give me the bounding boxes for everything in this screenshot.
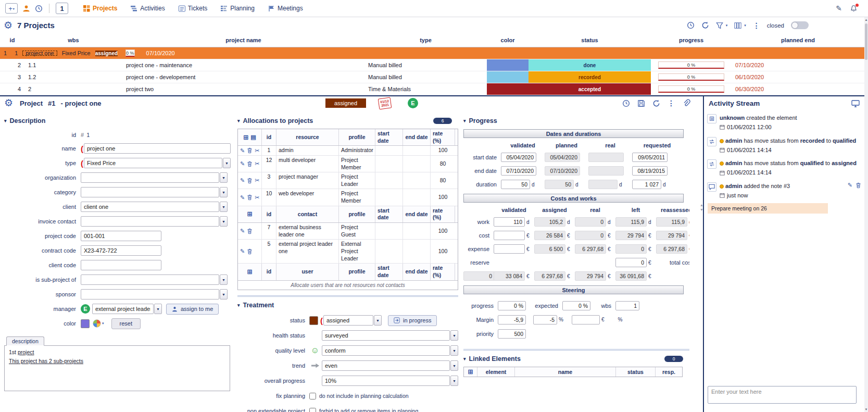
col-header-contact[interactable]: contact — [276, 206, 339, 222]
reserve-input[interactable] — [615, 258, 647, 267]
end-requested-input[interactable] — [632, 166, 668, 176]
name-input[interactable] — [84, 143, 231, 154]
col-header-end-date[interactable]: end date — [403, 129, 431, 145]
panel-resize-handle[interactable]: ▲▼ — [700, 203, 703, 211]
edit-pencil-icon[interactable]: ✎ — [848, 182, 852, 188]
notifications-bell-icon[interactable] — [850, 5, 858, 13]
recent-clock-icon[interactable] — [35, 5, 43, 13]
allocation-row[interactable]: ✎✂ 3 project manager Project Leader 80 — [238, 172, 458, 189]
linked-count-badge[interactable]: 0 — [664, 356, 683, 362]
quality-level-input[interactable] — [322, 345, 450, 356]
overall-progress-select[interactable]: ▼ — [322, 376, 458, 386]
filter-icon[interactable] — [716, 22, 723, 29]
attachment-paperclip-icon[interactable] — [682, 99, 690, 107]
duration-requested-input[interactable] — [632, 180, 661, 189]
user-icon[interactable] — [22, 5, 30, 13]
list-settings-gear-icon[interactable]: ⚙ — [4, 20, 12, 30]
chevron-down-icon[interactable]: ▼ — [220, 172, 228, 183]
col-header-end-date[interactable]: end date — [403, 264, 431, 280]
col-header-rate[interactable]: rate (%) — [431, 129, 455, 145]
non-extendable-checkbox[interactable] — [309, 408, 316, 412]
col-header-name[interactable]: name — [515, 367, 616, 377]
refresh-icon[interactable] — [701, 21, 709, 29]
collapse-caret-icon[interactable]: ▾ — [463, 356, 466, 361]
description-tab[interactable]: description — [6, 336, 44, 346]
contract-code-input[interactable] — [81, 245, 161, 256]
scissors-icon[interactable]: ✂ — [255, 195, 259, 201]
fix-planning-checkbox[interactable] — [309, 393, 316, 399]
sponsor-select[interactable]: ▼ — [81, 289, 228, 299]
scissors-icon[interactable]: ✂ — [255, 161, 259, 167]
open-items-counter[interactable]: 1 — [56, 3, 68, 14]
activity-item[interactable]: admin has move status from qualified to … — [704, 156, 864, 179]
allocations-count-badge[interactable]: 6 — [433, 118, 452, 124]
col-header-id[interactable]: id — [262, 129, 276, 145]
col-header-color[interactable]: color — [487, 37, 529, 43]
col-header-rate[interactable]: rate (%) — [431, 206, 455, 222]
edit-pencil-icon[interactable]: ✎ — [240, 228, 245, 234]
category-select[interactable]: ▼ — [81, 187, 228, 197]
tab-meetings[interactable]: Meetings — [268, 5, 303, 12]
refresh-icon[interactable] — [652, 99, 660, 107]
project-code-input[interactable] — [81, 231, 161, 241]
collapse-caret-icon[interactable]: ▾ — [237, 118, 240, 123]
invoice-contact-select[interactable]: ▼ — [81, 216, 228, 227]
add-allocation-icon[interactable]: ⊞ — [243, 134, 248, 141]
allocation-row[interactable]: ✎ 5 external project leader one External… — [238, 240, 458, 264]
edit-pencil-icon[interactable]: ✎ — [240, 178, 245, 183]
collapse-caret-icon[interactable]: ▾ — [237, 303, 240, 308]
trash-icon[interactable] — [247, 178, 253, 184]
screen-icon[interactable] — [851, 100, 860, 107]
col-header-user[interactable]: user — [276, 264, 339, 280]
project-row[interactable]: 1 1 project one Fixed Price assigned 0 %… — [0, 47, 864, 59]
wbs-input[interactable] — [615, 301, 639, 310]
chevron-down-icon[interactable]: ▾ — [744, 23, 746, 28]
in-progress-button[interactable]: in progress — [388, 315, 437, 326]
overall-progress-input[interactable] — [322, 376, 450, 386]
col-header-status[interactable]: status — [529, 37, 651, 43]
col-header-id[interactable]: id — [262, 264, 276, 280]
sponsor-input[interactable] — [81, 289, 219, 299]
chevron-down-icon[interactable]: ▼ — [220, 274, 228, 285]
project-row[interactable]: 2 1.1 project one - maintenance Manual b… — [0, 59, 864, 71]
chevron-down-icon[interactable]: ▼ — [154, 304, 162, 314]
chevron-down-icon[interactable]: ▼ — [220, 216, 228, 227]
manager-select[interactable]: ▼ — [92, 304, 162, 314]
status-select[interactable]: ▼ — [323, 315, 382, 326]
col-header-progress[interactable]: progress — [651, 37, 732, 43]
col-header-name[interactable]: project name — [122, 37, 364, 43]
scroll-down-icon[interactable]: ▼ — [864, 408, 868, 411]
project-color-swatch[interactable] — [81, 319, 90, 328]
trash-icon[interactable] — [856, 182, 861, 189]
tab-planning[interactable]: Planning — [221, 5, 255, 12]
cell-project-name[interactable]: project one — [22, 50, 57, 56]
allocation-row[interactable]: ✎✂ 1 admin Administrator 100 — [238, 146, 458, 156]
col-header-resource[interactable]: resource — [276, 129, 339, 145]
allocation-row[interactable]: ✎✂ 12 multi developer Project Member 80 — [238, 156, 458, 172]
collapse-caret-icon[interactable]: ▾ — [4, 118, 7, 123]
trash-icon[interactable] — [247, 194, 253, 201]
col-header-wbs[interactable]: wbs — [24, 37, 122, 43]
columns-icon[interactable] — [734, 22, 741, 29]
trash-icon[interactable] — [247, 228, 253, 234]
subproject-select[interactable]: ▼ — [81, 274, 228, 285]
edit-pencil-icon[interactable]: ✎ — [240, 195, 245, 201]
allocation-row[interactable]: ✎ 7 external business leader one Project… — [238, 223, 458, 240]
edit-pen-icon[interactable]: ✎ — [836, 4, 842, 13]
duration-validated-input[interactable] — [501, 180, 530, 189]
project-row[interactable]: 3 1.2 project one - developement Manual … — [0, 71, 864, 83]
tab-projects[interactable]: Projects — [83, 5, 117, 12]
start-requested-input[interactable] — [632, 153, 668, 162]
scrollbar-thumb[interactable] — [865, 23, 867, 60]
chevron-down-icon[interactable]: ▼ — [450, 330, 458, 341]
chevron-down-icon[interactable]: ▾ — [726, 23, 728, 28]
description-editor[interactable]: 1st project This project has 2 sub-proje… — [4, 345, 230, 391]
assign-to-me-button[interactable]: assign to me — [166, 304, 219, 315]
chevron-down-icon[interactable]: ▼ — [220, 202, 228, 212]
closed-toggle[interactable] — [791, 21, 809, 29]
trend-input[interactable] — [322, 360, 450, 371]
col-header-end-date[interactable]: end date — [403, 206, 431, 222]
col-header-profile[interactable]: profile — [339, 129, 375, 145]
quality-level-select[interactable]: ▼ — [322, 345, 458, 356]
activity-comment-input[interactable] — [708, 386, 857, 404]
